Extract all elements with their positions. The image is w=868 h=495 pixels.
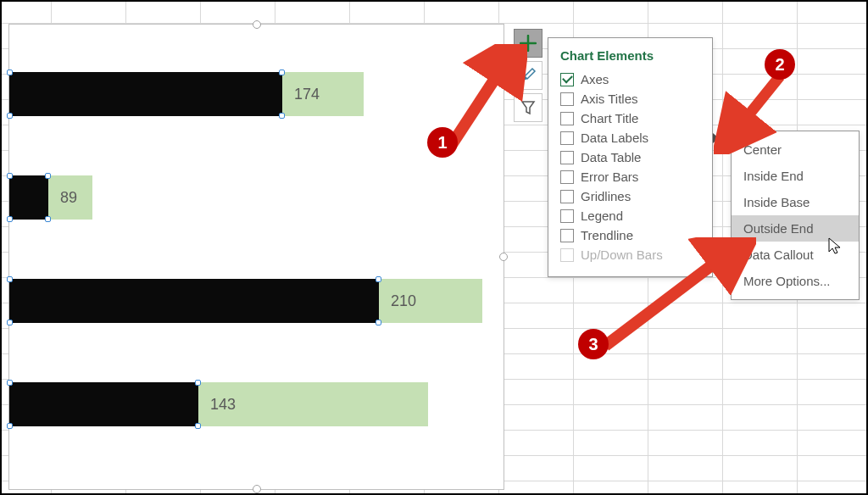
data-labels-submenu: Center Inside End Inside Base Outside En… (731, 131, 860, 300)
chart-tools (514, 29, 542, 122)
flyout-item-chart-title[interactable]: Chart Title (560, 108, 700, 128)
checkbox-icon[interactable] (560, 151, 574, 164)
flyout-title: Chart Elements (560, 48, 700, 63)
flyout-item-gridlines[interactable]: Gridlines (560, 186, 700, 206)
flyout-item-legend[interactable]: Legend (560, 206, 700, 225)
flyout-item-data-table[interactable]: Data Table (560, 147, 700, 167)
brush-icon (520, 67, 537, 84)
selection-handle[interactable] (253, 485, 261, 493)
data-label: 143 (210, 396, 236, 414)
chart-elements-flyout: Chart Elements Axes Axis Titles Chart Ti… (548, 37, 713, 277)
bar-fg[interactable] (9, 72, 282, 116)
checkbox-icon[interactable] (560, 229, 574, 242)
chart-styles-button[interactable] (514, 61, 542, 90)
data-label: 174 (294, 86, 320, 103)
chevron-right-icon[interactable] (713, 133, 719, 143)
checkbox-icon[interactable] (560, 73, 574, 86)
flyout-item-axes[interactable]: Axes (560, 70, 700, 89)
chart-filters-button[interactable] (514, 93, 542, 122)
flyout-item-trendline[interactable]: Trendline (560, 225, 700, 245)
bar-fg[interactable] (9, 279, 379, 323)
selection-handle[interactable] (499, 253, 508, 261)
submenu-item-more-options[interactable]: More Options... (732, 268, 859, 294)
selection-handle[interactable] (253, 20, 261, 29)
checkbox-icon (560, 248, 574, 262)
chart-elements-button[interactable] (514, 29, 542, 58)
callout-3: 3 (578, 329, 609, 359)
flyout-item-axis-titles[interactable]: Axis Titles (560, 89, 700, 108)
checkbox-icon[interactable] (560, 170, 574, 184)
submenu-item-inside-end[interactable]: Inside End (732, 163, 859, 189)
data-label: 89 (60, 189, 77, 207)
bar-fg[interactable] (9, 382, 198, 426)
data-label: 210 (391, 292, 416, 310)
submenu-item-inside-base[interactable]: Inside Base (732, 189, 859, 215)
funnel-icon (520, 99, 537, 116)
callout-2: 2 (765, 49, 795, 80)
cursor-icon (828, 237, 843, 256)
checkbox-icon[interactable] (560, 131, 574, 145)
plus-icon (520, 35, 537, 52)
submenu-item-center[interactable]: Center (732, 136, 859, 163)
checkbox-icon[interactable] (560, 92, 574, 106)
callout-1: 1 (427, 127, 458, 158)
checkbox-icon[interactable] (560, 209, 574, 223)
checkbox-icon[interactable] (560, 190, 574, 203)
flyout-item-error-bars[interactable]: Error Bars (560, 167, 700, 186)
checkbox-icon[interactable] (560, 112, 574, 125)
chart-area[interactable]: 174 89 210 143 (8, 24, 504, 490)
flyout-item-data-labels[interactable]: Data Labels (560, 128, 700, 147)
flyout-item-updown-bars: Up/Down Bars (560, 245, 700, 264)
bar-fg[interactable] (9, 175, 48, 220)
